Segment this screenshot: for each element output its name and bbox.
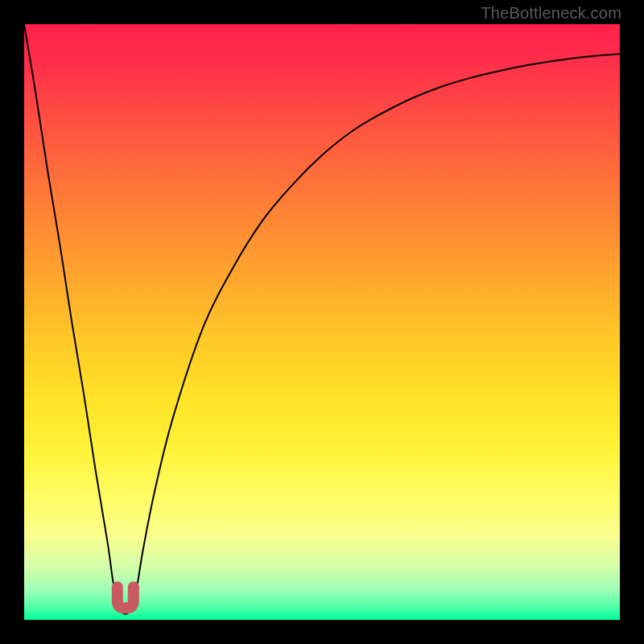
watermark-text: TheBottleneck.com [481,4,621,23]
curve-layer [24,24,620,620]
chart-frame: TheBottleneck.com [0,0,644,644]
minimum-marker [118,587,134,608]
plot-area [24,24,620,620]
bottleneck-curve [24,24,620,614]
